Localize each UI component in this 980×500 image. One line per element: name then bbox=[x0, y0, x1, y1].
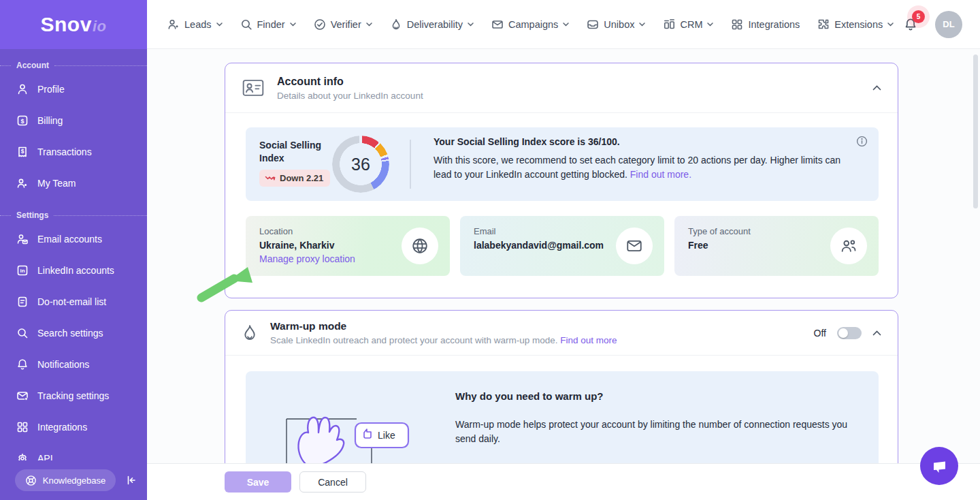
chat-widget-button[interactable] bbox=[920, 447, 958, 485]
sidebar-item-label: My Team bbox=[37, 178, 76, 189]
flame-icon bbox=[242, 324, 258, 343]
sidebar-item-billing[interactable]: $ Billing bbox=[0, 105, 147, 136]
scrollbar-thumb[interactable] bbox=[973, 54, 978, 208]
trend-down-icon bbox=[265, 175, 276, 182]
knowledgebase-label: Knowledgebase bbox=[43, 475, 106, 486]
collapse-sidebar-icon[interactable] bbox=[125, 474, 137, 486]
warmup-title: Warm-up mode bbox=[270, 320, 617, 332]
warmup-why-title: Why do you need to warm up? bbox=[455, 390, 604, 402]
grid-icon bbox=[16, 421, 29, 433]
nav-label: Verifier bbox=[331, 19, 361, 30]
sidebar-item-label: Transactions bbox=[37, 146, 92, 157]
nav-extensions[interactable]: Extensions bbox=[817, 18, 894, 31]
like-label: Like bbox=[378, 430, 395, 441]
sidebar-item-label: Do-not-email list bbox=[37, 296, 106, 307]
account-info-card: Account info Details about your LinkedIn… bbox=[225, 63, 898, 298]
nav-label: Leads bbox=[184, 19, 212, 30]
sidebar-item-tracking-settings[interactable]: Tracking settings bbox=[0, 380, 147, 411]
nav-leads[interactable]: Leads bbox=[167, 18, 223, 31]
chevron-down-icon bbox=[216, 22, 223, 27]
sidebar-item-label: Integrations bbox=[37, 422, 87, 433]
nav-finder[interactable]: Finder bbox=[240, 18, 296, 31]
collapse-chevron-up-icon[interactable] bbox=[872, 330, 881, 336]
annotation-arrow bbox=[196, 261, 259, 303]
inbox-icon bbox=[587, 18, 599, 31]
sidebar-item-label: LinkedIn accounts bbox=[37, 265, 114, 276]
warmup-toggle[interactable] bbox=[837, 327, 862, 339]
nav-verifier[interactable]: Verifier bbox=[314, 18, 372, 31]
snovio-logo[interactable]: Snovio bbox=[41, 13, 107, 36]
account-info-header: Account info Details about your LinkedIn… bbox=[225, 63, 898, 113]
nav-campaigns[interactable]: Campaigns bbox=[491, 18, 569, 31]
envelope-icon bbox=[491, 18, 504, 31]
notifications-bell[interactable]: 5 bbox=[904, 18, 917, 31]
warmup-illustration: Like bbox=[278, 404, 442, 471]
sidebar-item-profile[interactable]: Profile bbox=[0, 74, 147, 105]
leads-icon bbox=[167, 18, 180, 31]
warmup-info-panel: Like Why do you need to warm up? Warm-up… bbox=[246, 371, 879, 471]
sidebar: Snovio Account Profile $ Billing $ Trans… bbox=[0, 0, 147, 500]
sidebar-footer: Knowledgebase bbox=[0, 460, 147, 500]
sidebar-item-my-team[interactable]: My Team bbox=[0, 168, 147, 199]
ssi-score: 36 bbox=[332, 136, 389, 193]
divider bbox=[410, 140, 411, 189]
warmup-why-text: Warm-up mode helps protect your account … bbox=[455, 418, 864, 446]
warmup-header: Warm-up mode Scale LinkedIn outreach and… bbox=[225, 311, 898, 356]
billing-icon: $ bbox=[16, 114, 29, 127]
sidebar-item-label: Notifications bbox=[37, 359, 89, 370]
cancel-button[interactable]: Cancel bbox=[299, 471, 366, 493]
warmup-subtitle: Scale LinkedIn outreach and protect your… bbox=[270, 335, 557, 345]
chevron-down-icon bbox=[639, 22, 645, 27]
warmup-find-out-more-link[interactable]: Find out more bbox=[560, 335, 617, 345]
location-card: Location Ukraine, Kharkiv Manage proxy l… bbox=[246, 216, 450, 276]
nav-label: Campaigns bbox=[508, 19, 558, 30]
chevron-down-icon bbox=[563, 22, 569, 27]
check-circle-icon bbox=[314, 18, 326, 31]
chevron-down-icon bbox=[887, 22, 894, 27]
chevron-down-icon bbox=[290, 22, 296, 27]
ssi-panel: Social Selling Index Down 2.21 36 Your S… bbox=[246, 127, 879, 201]
sidebar-section-settings: Settings bbox=[0, 207, 147, 223]
nav-label: CRM bbox=[680, 19, 702, 30]
knowledgebase-button[interactable]: Knowledgebase bbox=[15, 469, 116, 491]
flame-icon bbox=[390, 18, 402, 31]
search-icon bbox=[16, 327, 29, 339]
collapse-chevron-up-icon[interactable] bbox=[872, 85, 881, 91]
puzzle-icon bbox=[817, 18, 830, 31]
nav-crm[interactable]: CRM bbox=[663, 18, 713, 31]
sidebar-item-label: Search settings bbox=[37, 328, 103, 339]
find-out-more-link[interactable]: Find out more. bbox=[630, 169, 691, 180]
sidebar-item-notifications[interactable]: Notifications bbox=[0, 349, 147, 380]
info-icon[interactable] bbox=[856, 136, 868, 147]
linkedin-icon: in bbox=[16, 264, 29, 277]
save-button[interactable]: Save bbox=[225, 471, 291, 493]
knowledgebase-icon bbox=[25, 475, 37, 486]
toggle-knob bbox=[838, 328, 848, 338]
sidebar-item-email-accounts[interactable]: Email accounts bbox=[0, 223, 147, 255]
nav-integrations[interactable]: Integrations bbox=[731, 18, 800, 31]
grid-icon bbox=[731, 18, 743, 31]
person-email-icon bbox=[16, 233, 29, 245]
nav-unibox[interactable]: Unibox bbox=[587, 18, 645, 31]
chevron-down-icon bbox=[707, 22, 713, 27]
chat-bubble-icon bbox=[929, 456, 949, 476]
avatar[interactable]: DL bbox=[935, 11, 962, 38]
nav-label: Unibox bbox=[604, 19, 634, 30]
columns-icon bbox=[663, 18, 675, 31]
sidebar-item-do-not-email-list[interactable]: Do-not-email list bbox=[0, 286, 147, 317]
nav-deliverability[interactable]: Deliverability bbox=[390, 18, 474, 31]
account-type-card: Type of account Free bbox=[674, 216, 879, 276]
sidebar-item-label: Tracking settings bbox=[37, 390, 109, 401]
svg-text:$: $ bbox=[21, 148, 24, 155]
sidebar-item-linkedin-accounts[interactable]: in LinkedIn accounts bbox=[0, 255, 147, 286]
svg-text:$: $ bbox=[20, 118, 24, 125]
sidebar-item-integrations[interactable]: Integrations bbox=[0, 411, 147, 443]
sidebar-section-account: Account bbox=[0, 57, 147, 74]
ssi-message: Your Social Selling Index score is 36/10… bbox=[434, 136, 855, 182]
sidebar-item-label: Email accounts bbox=[37, 234, 102, 245]
sidebar-item-search-settings[interactable]: Search settings bbox=[0, 317, 147, 349]
globe-icon bbox=[402, 228, 438, 264]
trend-label: Down 2.21 bbox=[280, 173, 323, 183]
ssi-trend-badge: Down 2.21 bbox=[259, 170, 330, 187]
sidebar-item-transactions[interactable]: $ Transactions bbox=[0, 136, 147, 168]
